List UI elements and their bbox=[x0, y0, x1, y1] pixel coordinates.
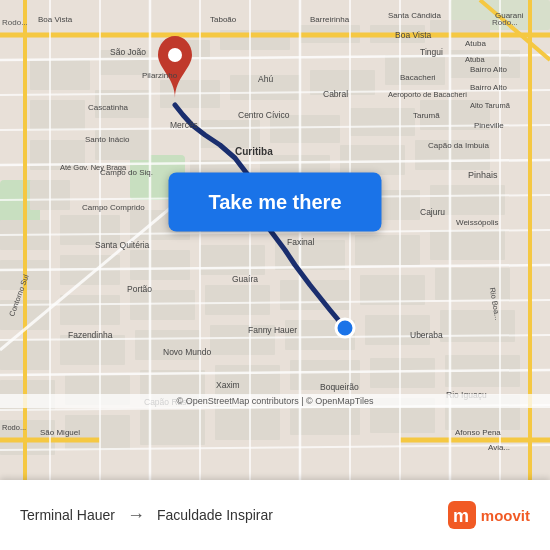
map-attribution: © OpenStreetMap contributors | © OpenMap… bbox=[0, 394, 550, 408]
svg-text:Atuba: Atuba bbox=[465, 55, 485, 64]
route-arrow-icon: → bbox=[127, 505, 145, 526]
svg-rect-21 bbox=[350, 108, 415, 136]
svg-text:Rodo...: Rodo... bbox=[2, 18, 28, 27]
svg-text:Capão da Imbuia: Capão da Imbuia bbox=[428, 141, 489, 150]
svg-rect-43 bbox=[60, 295, 120, 325]
svg-rect-61 bbox=[370, 358, 435, 388]
svg-text:Barreirinha: Barreirinha bbox=[310, 15, 350, 24]
svg-text:Santa Quitéria: Santa Quitéria bbox=[95, 240, 150, 250]
svg-text:Tarumã: Tarumã bbox=[413, 111, 440, 120]
svg-text:Alto Tarumã: Alto Tarumã bbox=[470, 101, 511, 110]
svg-text:Novo Mundo: Novo Mundo bbox=[163, 347, 211, 357]
take-me-there-button[interactable]: Take me there bbox=[168, 172, 381, 231]
svg-text:São João: São João bbox=[110, 47, 146, 57]
moovit-logo-icon: m bbox=[448, 501, 476, 529]
svg-text:Xaxim: Xaxim bbox=[216, 380, 240, 390]
svg-rect-40 bbox=[355, 235, 420, 265]
moovit-text: moovit bbox=[481, 507, 530, 524]
svg-text:m: m bbox=[453, 506, 469, 526]
svg-text:Cascatinha: Cascatinha bbox=[88, 103, 129, 112]
svg-text:Santo Inácio: Santo Inácio bbox=[85, 135, 130, 144]
svg-text:Santa Cândida: Santa Cândida bbox=[388, 11, 441, 20]
svg-rect-37 bbox=[130, 250, 190, 280]
svg-rect-41 bbox=[430, 230, 505, 260]
svg-text:Centro Cívico: Centro Cívico bbox=[238, 110, 290, 120]
svg-text:Ahú: Ahú bbox=[258, 74, 273, 84]
svg-text:Portão: Portão bbox=[127, 284, 152, 294]
svg-text:Curitiba: Curitiba bbox=[235, 146, 273, 157]
svg-text:Bairro Alto: Bairro Alto bbox=[470, 83, 507, 92]
svg-text:Rodo...: Rodo... bbox=[2, 423, 26, 432]
moovit-logo: m moovit bbox=[448, 501, 530, 529]
svg-text:Bairro Alto: Bairro Alto bbox=[470, 65, 507, 74]
map-container: Rodo... Rodo... Taboão Barreirinha Santa… bbox=[0, 0, 550, 480]
svg-text:Cabral: Cabral bbox=[323, 89, 348, 99]
svg-text:Fanny Hauer: Fanny Hauer bbox=[248, 325, 297, 335]
from-label: Terminal Hauer bbox=[20, 507, 115, 523]
svg-text:Aeroporto de Bacacheri: Aeroporto de Bacacheri bbox=[388, 90, 467, 99]
svg-rect-38 bbox=[200, 245, 265, 275]
svg-text:Guarani: Guarani bbox=[495, 11, 524, 20]
svg-text:Avia...: Avia... bbox=[488, 443, 510, 452]
svg-text:Bacacheri: Bacacheri bbox=[400, 73, 436, 82]
svg-text:São Miguel: São Miguel bbox=[40, 428, 80, 437]
svg-text:Pinhais: Pinhais bbox=[468, 170, 498, 180]
svg-text:Cajuru: Cajuru bbox=[420, 207, 445, 217]
svg-text:Fazendinha: Fazendinha bbox=[68, 330, 113, 340]
svg-text:Faxinal: Faxinal bbox=[287, 237, 315, 247]
svg-text:Weissópolis: Weissópolis bbox=[456, 218, 499, 227]
svg-rect-66 bbox=[215, 405, 280, 440]
svg-text:Pineville: Pineville bbox=[474, 121, 504, 130]
svg-text:Boqueirão: Boqueirão bbox=[320, 382, 359, 392]
svg-text:Tingui: Tingui bbox=[420, 47, 443, 57]
svg-text:Pilarzinho: Pilarzinho bbox=[142, 71, 178, 80]
svg-text:Mercês: Mercês bbox=[170, 120, 198, 130]
to-label: Faculdade Inspirar bbox=[157, 507, 273, 523]
svg-point-100 bbox=[168, 48, 182, 62]
svg-text:Uberaba: Uberaba bbox=[410, 330, 443, 340]
svg-text:Afonso Pena: Afonso Pena bbox=[455, 428, 501, 437]
svg-rect-45 bbox=[205, 285, 270, 315]
svg-point-99 bbox=[336, 319, 354, 337]
bottom-bar: Terminal Hauer → Faculdade Inspirar m mo… bbox=[0, 480, 550, 550]
svg-text:Boa Vista: Boa Vista bbox=[395, 30, 432, 40]
svg-text:Guaíra: Guaíra bbox=[232, 274, 258, 284]
svg-text:Boa Vista: Boa Vista bbox=[38, 15, 73, 24]
svg-text:Taboão: Taboão bbox=[210, 15, 237, 24]
svg-rect-3 bbox=[30, 60, 90, 90]
svg-rect-44 bbox=[130, 290, 195, 320]
svg-rect-10 bbox=[30, 100, 85, 130]
svg-text:Campo Comprido: Campo Comprido bbox=[82, 203, 145, 212]
svg-text:Atuba: Atuba bbox=[465, 39, 486, 48]
svg-text:Campo do Siq.: Campo do Siq. bbox=[100, 168, 153, 177]
